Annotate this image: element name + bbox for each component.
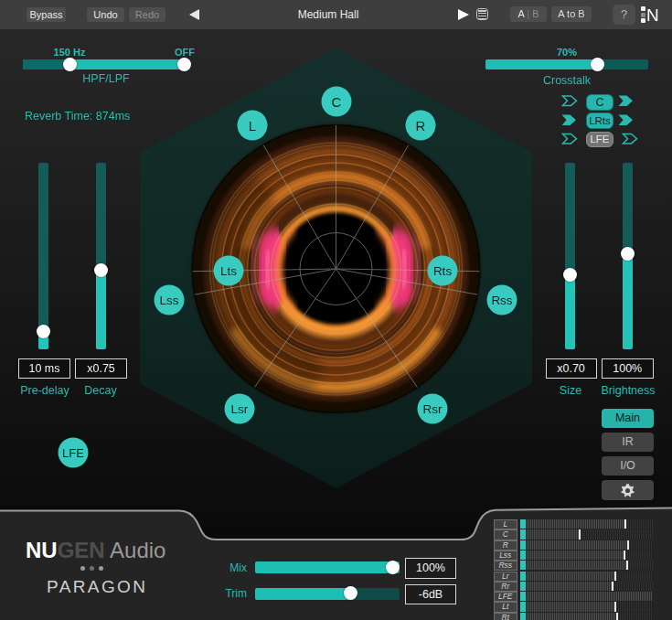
svg-text:Lss: Lss [159,294,178,307]
svg-text:Rss: Rss [491,294,512,307]
svg-text:L: L [249,118,256,134]
svg-text:Rsr: Rsr [423,402,443,416]
svg-text:LFE: LFE [62,446,84,460]
svg-text:Lsr: Lsr [231,402,249,416]
svg-text:Lts: Lts [220,264,237,278]
svg-text:Rts: Rts [433,264,453,278]
svg-text:C: C [332,94,342,110]
svg-text:R: R [416,118,426,134]
